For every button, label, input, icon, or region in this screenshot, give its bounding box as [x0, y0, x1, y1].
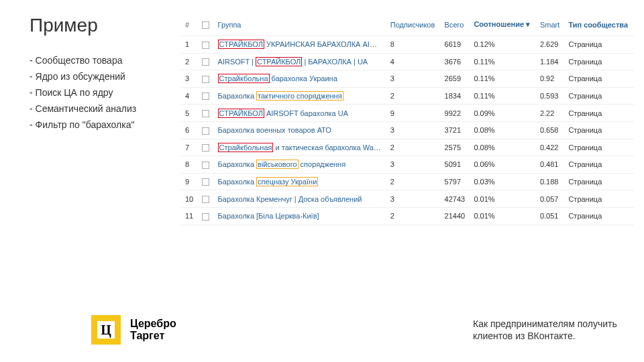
col-type[interactable]: Тип сообщества: [564, 13, 634, 36]
table-row[interactable]: 1 СТРАЙКБОЛ УКРАИНСКАЯ БАРАХОЛКА AIRSOFT…: [181, 36, 634, 54]
logo-text: Церебро Таргет: [130, 318, 176, 343]
cell-group[interactable]: Барахолка спецназу України: [214, 173, 386, 190]
cell-group[interactable]: Барахолка военных товаров АТО: [214, 121, 386, 139]
results-table: # Группа Подписчиков Всего Соотношение ▾…: [181, 13, 634, 225]
footer-caption: Как предпринимателям получить клиентов и…: [473, 318, 621, 342]
list-item: Семантический анализ: [30, 103, 177, 114]
bullet-list: Сообщество товара Ядро из обсуждений Пои…: [30, 55, 177, 135]
col-subscribers[interactable]: Подписчиков: [386, 13, 441, 36]
list-item: Ядро из обсуждений: [30, 71, 177, 82]
col-group[interactable]: Группа: [214, 13, 386, 36]
checkbox-icon[interactable]: [202, 162, 209, 169]
checkbox-icon[interactable]: [202, 213, 209, 221]
cell-group[interactable]: СТРАЙКБОЛ УКРАИНСКАЯ БАРАХОЛКА AIRSOFT У…: [214, 36, 386, 54]
col-ratio[interactable]: Соотношение ▾: [470, 13, 536, 36]
table-row[interactable]: 6 Барахолка военных товаров АТО 337210.0…: [181, 121, 634, 139]
cell-subs: 8: [386, 36, 441, 54]
checkbox-icon[interactable]: [202, 58, 209, 66]
table-row[interactable]: 3 Страйкбольна барахолка Украина 326590.…: [181, 70, 634, 88]
checkbox-icon[interactable]: [202, 127, 209, 135]
table-row[interactable]: 7 Страйкбольная и тактическая барахолка …: [181, 139, 634, 156]
checkbox-icon[interactable]: [202, 42, 209, 49]
cell-smart: 2.629: [536, 36, 565, 54]
checkbox-icon[interactable]: [202, 76, 209, 83]
cell-group[interactable]: Барахолка Кременчуг | Доска объявлений: [214, 190, 386, 208]
checkbox-all-icon[interactable]: [202, 21, 209, 29]
logo-icon: Ц: [91, 315, 121, 345]
table-row[interactable]: 9 Барахолка спецназу України 257970.03%0…: [181, 173, 634, 190]
cell-group[interactable]: СТРАЙКБОЛ AIRSOFT барахолка UA: [214, 105, 386, 122]
cell-group[interactable]: Барахолка військового спорядження: [214, 156, 386, 174]
table-header-row: # Группа Подписчиков Всего Соотношение ▾…: [181, 13, 634, 36]
page-title: Пример: [30, 15, 98, 36]
checkbox-icon[interactable]: [202, 93, 209, 100]
table-row[interactable]: 11 Барахолка [Біла Церква-Київ] 2214400.…: [181, 207, 634, 225]
list-item: Фильтр по "барахолка": [30, 119, 177, 130]
footer: Ц Церебро Таргет Как предпринимателям по…: [91, 315, 644, 345]
checkbox-icon[interactable]: [202, 110, 209, 117]
cell-group[interactable]: AIRSOFT | СТРАЙКБОЛ | БАРАХОЛКА | UA: [214, 53, 386, 70]
table-row[interactable]: 8 Барахолка військового спорядження 3509…: [181, 156, 634, 174]
table-row[interactable]: 4 Барахолка тактичного спорядження 21834…: [181, 87, 634, 105]
table-row[interactable]: 10 Барахолка Кременчуг | Доска объявлени…: [181, 190, 634, 208]
cell-num: 1: [181, 36, 198, 54]
checkbox-icon[interactable]: [202, 144, 209, 152]
col-total[interactable]: Всего: [441, 13, 470, 36]
list-item: Поиск ЦА по ядру: [30, 87, 177, 98]
cell-type: Страница: [564, 36, 634, 54]
cell-total: 6619: [441, 36, 470, 54]
table-row[interactable]: 2 AIRSOFT | СТРАЙКБОЛ | БАРАХОЛКА | UA 4…: [181, 53, 634, 70]
checkbox-icon[interactable]: [202, 196, 209, 203]
cell-group[interactable]: Барахолка [Біла Церква-Київ]: [214, 207, 386, 225]
col-smart[interactable]: Smart: [536, 13, 565, 36]
cell-group[interactable]: Барахолка тактичного спорядження: [214, 87, 386, 105]
col-checkbox[interactable]: [198, 13, 214, 36]
logo: Ц Церебро Таргет: [91, 315, 176, 345]
cell-ratio: 0.12%: [470, 36, 536, 54]
col-num[interactable]: #: [181, 13, 198, 36]
table-row[interactable]: 5 СТРАЙКБОЛ AIRSOFT барахолка UA 999220.…: [181, 105, 634, 122]
cell-group[interactable]: Страйкбольна барахолка Украина: [214, 70, 386, 88]
list-item: Сообщество товара: [30, 55, 177, 66]
cell-group[interactable]: Страйкбольная и тактическая барахолка Wa…: [214, 139, 386, 156]
checkbox-icon[interactable]: [202, 178, 209, 186]
